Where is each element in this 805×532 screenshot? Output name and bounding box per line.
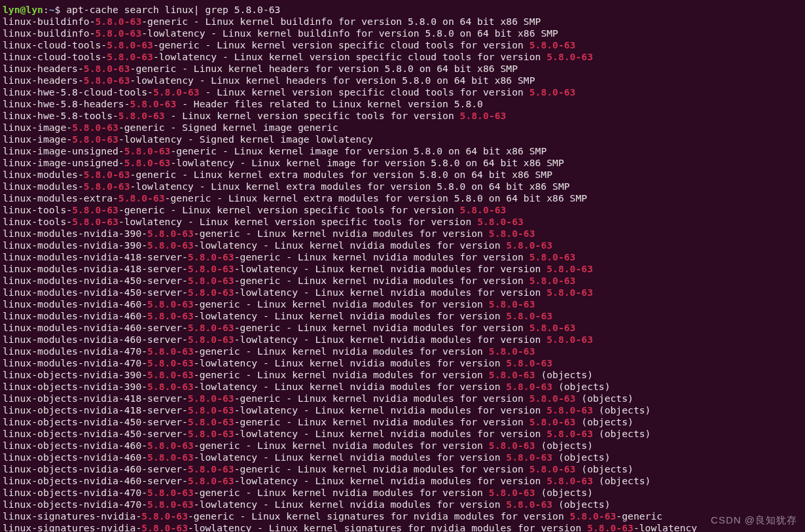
output-line: linux-modules-nvidia-460-5.8.0-63-generi… [3, 298, 535, 310]
output-line: linux-headers-5.8.0-63-lowlatency - Linu… [3, 75, 535, 86]
output-line: linux-objects-nvidia-390-5.8.0-63-generi… [3, 369, 593, 380]
prompt-sep: : [43, 4, 49, 15]
output-line: linux-objects-nvidia-390-5.8.0-63-lowlat… [3, 381, 611, 392]
output-line: linux-signatures-nvidia-5.8.0-63-generic… [3, 510, 662, 522]
prompt-dollar: $ [55, 4, 67, 15]
output-line: linux-image-unsigned-5.8.0-63-lowlatency… [3, 157, 564, 168]
output-line: linux-hwe-5.8-tools-5.8.0-63 - Linux ker… [3, 110, 506, 121]
output-line: linux-tools-5.8.0-63-lowlatency - Linux … [3, 216, 524, 227]
output-line: linux-objects-nvidia-460-server-5.8.0-63… [3, 475, 651, 486]
output-line: linux-modules-nvidia-418-server-5.8.0-63… [3, 251, 575, 262]
terminal-output[interactable]: lyn@lyn:~$ apt-cache search linux| grep … [0, 0, 805, 532]
output-line: linux-objects-nvidia-470-5.8.0-63-generi… [3, 487, 593, 498]
output-line: linux-modules-nvidia-450-server-5.8.0-63… [3, 287, 593, 298]
output-line: linux-objects-nvidia-460-server-5.8.0-63… [3, 463, 634, 474]
output-line: linux-tools-5.8.0-63-generic - Linux ker… [3, 204, 506, 215]
output-line: linux-cloud-tools-5.8.0-63-lowlatency - … [3, 51, 593, 62]
output-line: linux-buildinfo-5.8.0-63-lowlatency - Li… [3, 27, 558, 39]
output-line: linux-objects-nvidia-450-server-5.8.0-63… [3, 416, 634, 427]
output-line: linux-modules-5.8.0-63-generic - Linux k… [3, 169, 552, 180]
output-line: linux-image-5.8.0-63-lowlatency - Signed… [3, 133, 373, 145]
output-line: linux-modules-5.8.0-63-lowlatency - Linu… [3, 181, 570, 192]
command-text: apt-cache search linux| grep 5.8.0-63 [66, 4, 280, 15]
output-line: linux-hwe-5.8-headers-5.8.0-63 - Header … [3, 98, 483, 109]
output-line: linux-modules-nvidia-460-server-5.8.0-63… [3, 322, 575, 333]
output-line: linux-modules-nvidia-460-server-5.8.0-63… [3, 334, 593, 345]
output-line: linux-signatures-nvidia-5.8.0-63-lowlate… [3, 522, 697, 532]
output-line: linux-objects-nvidia-460-5.8.0-63-lowlat… [3, 452, 611, 463]
output-line: linux-hwe-5.8-cloud-tools-5.8.0-63 - Lin… [3, 86, 575, 98]
output-line: linux-modules-nvidia-470-5.8.0-63-lowlat… [3, 357, 552, 368]
output-line: linux-modules-nvidia-460-5.8.0-63-lowlat… [3, 310, 552, 321]
output-line: linux-objects-nvidia-418-server-5.8.0-63… [3, 404, 651, 416]
output-line: linux-modules-nvidia-418-server-5.8.0-63… [3, 263, 593, 274]
output-line: linux-image-unsigned-5.8.0-63-generic - … [3, 145, 546, 156]
output-line: linux-modules-nvidia-470-5.8.0-63-generi… [3, 346, 535, 357]
output-line: linux-objects-nvidia-450-server-5.8.0-63… [3, 428, 651, 439]
output-line: linux-cloud-tools-5.8.0-63-generic - Lin… [3, 39, 575, 50]
output-line: linux-buildinfo-5.8.0-63-generic - Linux… [3, 16, 541, 27]
output-line: linux-modules-nvidia-390-5.8.0-63-generi… [3, 228, 535, 239]
output-line: linux-modules-nvidia-450-server-5.8.0-63… [3, 275, 575, 286]
output-line: linux-modules-nvidia-390-5.8.0-63-lowlat… [3, 239, 552, 251]
output-line: linux-objects-nvidia-470-5.8.0-63-lowlat… [3, 499, 611, 510]
output-line: linux-modules-extra-5.8.0-63-generic - L… [3, 192, 587, 204]
output-line: linux-objects-nvidia-460-5.8.0-63-generi… [3, 440, 593, 451]
prompt-path: ~ [49, 4, 55, 15]
output-line: linux-headers-5.8.0-63-generic - Linux k… [3, 63, 518, 74]
output-line: linux-objects-nvidia-418-server-5.8.0-63… [3, 393, 634, 404]
output-line: linux-image-5.8.0-63-generic - Signed ke… [3, 122, 338, 133]
prompt-user: lyn@lyn [3, 4, 43, 15]
